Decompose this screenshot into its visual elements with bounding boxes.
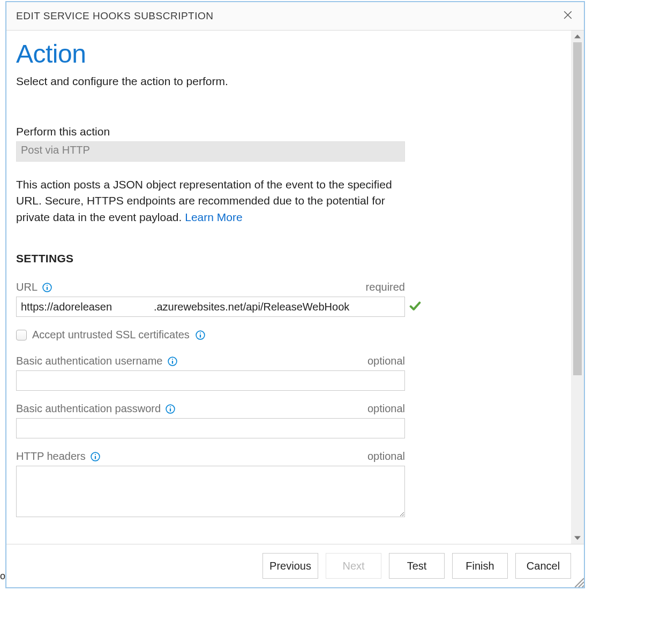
svg-point-13: [170, 406, 171, 407]
svg-line-21: [582, 586, 584, 587]
settings-heading: SETTINGS: [16, 252, 561, 265]
password-input[interactable]: [16, 418, 405, 438]
scrollbar[interactable]: [571, 31, 584, 544]
svg-point-16: [95, 454, 96, 455]
username-hint: optional: [367, 355, 405, 367]
ssl-checkbox-label: Accept untrusted SSL certificates: [32, 329, 190, 341]
url-hint: required: [366, 281, 405, 293]
password-field: Basic authentication password optional: [16, 403, 405, 438]
dialog-body: Action Select and configure the action t…: [6, 31, 571, 544]
close-icon: [563, 10, 573, 22]
scroll-thumb[interactable]: [573, 42, 582, 375]
info-icon[interactable]: [42, 282, 52, 293]
info-icon[interactable]: [195, 330, 206, 340]
scroll-down-arrow[interactable]: [571, 532, 584, 544]
cancel-button[interactable]: Cancel: [515, 553, 571, 579]
password-hint: optional: [367, 403, 405, 415]
url-input[interactable]: [16, 297, 405, 317]
dialog-footer: Previous Next Test Finish Cancel: [6, 544, 584, 587]
action-description: This action posts a JSON object represen…: [16, 177, 412, 225]
finish-button[interactable]: Finish: [452, 553, 508, 579]
scroll-track[interactable]: [571, 42, 584, 532]
url-label: URL: [16, 281, 37, 293]
external-text: o: [0, 571, 5, 582]
info-icon[interactable]: [165, 404, 176, 414]
scroll-up-arrow[interactable]: [571, 31, 584, 42]
headers-input[interactable]: [16, 466, 405, 517]
info-icon[interactable]: [90, 451, 101, 462]
svg-marker-18: [574, 536, 581, 540]
previous-button[interactable]: Previous: [262, 553, 318, 579]
check-icon: [409, 300, 421, 314]
headers-label: HTTP headers: [16, 450, 86, 463]
svg-point-4: [47, 285, 48, 286]
svg-point-10: [171, 359, 172, 360]
next-button: Next: [326, 553, 381, 579]
resize-grip[interactable]: [573, 577, 584, 587]
perform-action-label: Perform this action: [16, 125, 561, 138]
dialog: EDIT SERVICE HOOKS SUBSCRIPTION Action S…: [5, 1, 585, 588]
password-label: Basic authentication password: [16, 403, 161, 415]
ssl-checkbox-row: Accept untrusted SSL certificates: [16, 329, 405, 341]
close-button[interactable]: [561, 10, 574, 22]
headers-field: HTTP headers optional: [16, 450, 405, 519]
svg-marker-17: [574, 34, 581, 38]
page-subtitle: Select and configure the action to perfo…: [16, 75, 561, 88]
username-field: Basic authentication username optional: [16, 355, 405, 391]
ssl-checkbox[interactable]: [16, 330, 27, 340]
perform-action-select[interactable]: Post via HTTP: [16, 141, 405, 162]
svg-point-7: [200, 332, 201, 334]
dialog-header: EDIT SERVICE HOOKS SUBSCRIPTION: [6, 2, 584, 31]
dialog-body-wrap: Action Select and configure the action t…: [6, 31, 584, 544]
page-title: Action: [16, 39, 561, 69]
url-field: URL required: [16, 281, 405, 317]
username-label: Basic authentication username: [16, 355, 163, 367]
learn-more-link[interactable]: Learn More: [185, 211, 242, 223]
test-button[interactable]: Test: [389, 553, 445, 579]
info-icon[interactable]: [167, 356, 178, 367]
headers-hint: optional: [367, 450, 405, 463]
username-input[interactable]: [16, 370, 405, 391]
dialog-title: EDIT SERVICE HOOKS SUBSCRIPTION: [16, 10, 213, 22]
